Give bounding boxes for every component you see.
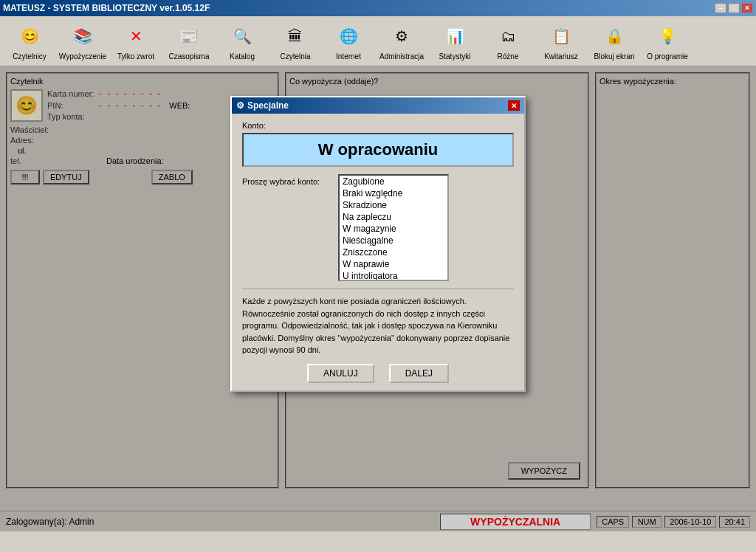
modal-titlebar: ⚙ Specjalne ✕ xyxy=(232,97,524,114)
toolbar-kwitariusz[interactable]: 📋 Kwitariusz xyxy=(535,20,588,62)
modal-close-button[interactable]: ✕ xyxy=(508,100,520,111)
dalej-button[interactable]: DALEJ xyxy=(389,364,449,383)
modal-list-area: ZagubioneBraki względneSkradzioneNa zapl… xyxy=(338,174,514,281)
list-option-w_naprawie[interactable]: W naprawie xyxy=(340,258,447,270)
rozne-icon: 🗂 xyxy=(493,21,523,51)
toolbar-tylko-zwrot[interactable]: ✕ Tylko zwrot xyxy=(109,20,162,62)
rozne-label: Różne xyxy=(498,52,519,61)
konto-listbox[interactable]: ZagubioneBraki względneSkradzioneNa zapl… xyxy=(338,174,449,281)
list-option-skradzione[interactable]: Skradzione xyxy=(340,199,447,211)
kwitariusz-label: Kwitariusz xyxy=(544,52,578,61)
modal-content: Proszę wybrać konto: ZagubioneBraki wzgl… xyxy=(242,174,514,281)
toolbar-wypozyczenie[interactable]: 📚 Wypożyczenie xyxy=(56,20,109,62)
wypozyczenie-label: Wypożyczenie xyxy=(59,52,106,61)
modal-title-icon: ⚙ xyxy=(236,100,244,111)
list-option-zniszczone[interactable]: Zniszczone xyxy=(340,246,447,258)
toolbar-administracja[interactable]: ⚙ Administracja xyxy=(375,20,428,62)
list-option-na_zapleczu[interactable]: Na zapleczu xyxy=(340,211,447,223)
app-title: MATEUSZ - SYSTEM BIBLIOTECZNY ver.1.05.1… xyxy=(3,3,210,13)
toolbar-czytelnicy[interactable]: 😊 Czytelnicy xyxy=(3,20,56,62)
list-option-niesc[interactable]: Nieściągalne xyxy=(340,235,447,246)
toolbar-statystyki[interactable]: 📊 Statystyki xyxy=(428,20,481,62)
title-controls: ─ □ ✕ xyxy=(715,3,753,13)
toolbar-czytelnia[interactable]: 🏛 Czytelnia xyxy=(269,20,322,62)
kwitariusz-icon: 📋 xyxy=(546,21,576,51)
modal-dialog: ⚙ Specjalne ✕ Konto: W opracowaniu Prosz… xyxy=(230,96,526,392)
o-programie-label: O programie xyxy=(647,52,688,61)
modal-buttons: ANULUJ DALEJ xyxy=(242,364,514,383)
list-option-zagubione[interactable]: Zagubione xyxy=(340,176,447,187)
statystyki-label: Statystyki xyxy=(439,52,471,61)
maximize-button[interactable]: □ xyxy=(728,3,740,13)
czytelnicy-label: Czytelnicy xyxy=(13,52,47,61)
wypozyczenie-icon: 📚 xyxy=(68,21,97,51)
list-option-u_introligatora[interactable]: U introligatora xyxy=(340,270,447,281)
toolbar-rozne[interactable]: 🗂 Różne xyxy=(481,20,535,62)
toolbar-blokuj[interactable]: 🔒 Blokuj ekran xyxy=(588,20,641,62)
czytelnicy-icon: 😊 xyxy=(15,21,44,51)
toolbar-o-programie[interactable]: 💡 O programie xyxy=(641,20,694,62)
administracja-label: Administracja xyxy=(379,52,424,61)
toolbar-katalog[interactable]: 🔍 Katalog xyxy=(216,20,269,62)
czytelnia-icon: 🏛 xyxy=(281,21,310,51)
modal-title: Specjalne xyxy=(247,100,289,111)
toolbar: 😊 Czytelnicy 📚 Wypożyczenie ✕ Tylko zwro… xyxy=(0,16,756,66)
select-label: Proszę wybrać konto: xyxy=(242,174,331,186)
modal-selected-display: W opracowaniu xyxy=(242,133,514,167)
czasopisma-label: Czasopisma xyxy=(168,52,209,61)
katalog-icon: 🔍 xyxy=(227,21,257,51)
anuluj-button[interactable]: ANULUJ xyxy=(307,364,374,383)
konto-label: Konto: xyxy=(242,121,514,130)
list-option-braki[interactable]: Braki względne xyxy=(340,187,447,199)
administracja-icon: ⚙ xyxy=(387,21,416,51)
toolbar-internet[interactable]: 🌐 Internet xyxy=(322,20,375,62)
main-area: Czytelnik 😊 Karta numer: - - - - - - - -… xyxy=(0,66,756,531)
czasopisma-icon: 📰 xyxy=(174,21,204,51)
internet-label: Internet xyxy=(336,52,361,61)
close-button[interactable]: ✕ xyxy=(741,3,753,13)
tylko-zwrot-label: Tylko zwrot xyxy=(117,52,154,61)
minimize-button[interactable]: ─ xyxy=(715,3,726,13)
o-programie-icon: 💡 xyxy=(653,21,682,51)
blokuj-icon: 🔒 xyxy=(599,21,629,51)
modal-body: Konto: W opracowaniu Proszę wybrać konto… xyxy=(232,114,524,390)
katalog-label: Katalog xyxy=(230,52,255,61)
blokuj-label: Blokuj ekran xyxy=(594,52,634,61)
modal-description: Każde z powyższych kont nie posiada ogra… xyxy=(242,289,514,356)
toolbar-czasopisma[interactable]: 📰 Czasopisma xyxy=(162,20,216,62)
statystyki-icon: 📊 xyxy=(440,21,470,51)
title-bar: MATEUSZ - SYSTEM BIBLIOTECZNY ver.1.05.1… xyxy=(0,0,756,16)
czytelnia-label: Czytelnia xyxy=(280,52,310,61)
tylko-zwrot-icon: ✕ xyxy=(121,21,151,51)
modal-overlay: ⚙ Specjalne ✕ Konto: W opracowaniu Prosz… xyxy=(0,66,756,531)
list-option-w_magazynie[interactable]: W magazynie xyxy=(340,223,447,235)
internet-icon: 🌐 xyxy=(334,21,363,51)
